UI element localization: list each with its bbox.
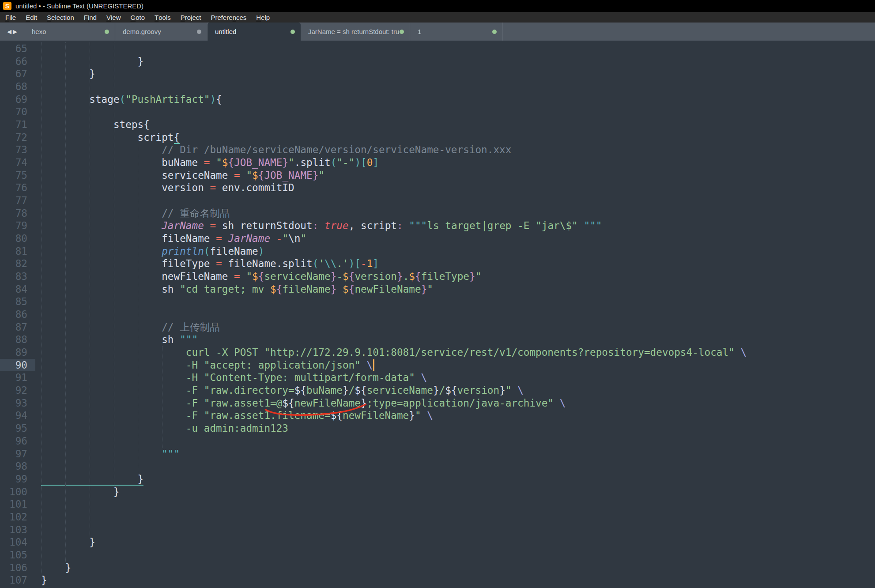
code-line[interactable]: -H "Content-Type: multipart/form-data" \ [0,371,875,384]
code-line[interactable] [0,106,875,118]
code-line[interactable]: -H "accept: application/json" \ [0,359,875,372]
code-line[interactable]: curl -X POST "http://172.29.9.101:8081/s… [0,346,875,359]
code-line[interactable] [0,498,875,511]
code-line[interactable]: -F "raw.asset1.filename=${newFileName}" … [0,409,875,422]
code-line[interactable]: fileName = JarName -"\n" [0,232,875,245]
code-editor[interactable]: 6566676869707172737475767778798081828384… [0,41,875,588]
tab-label: untitled [215,28,236,35]
code-line[interactable] [0,435,875,448]
code-line[interactable] [0,524,875,536]
code-line[interactable]: -F "raw.directory=${buName}/${serviceNam… [0,384,875,397]
indent-guide [65,42,66,562]
tab-modified-dot[interactable] [197,30,201,34]
menu-edit[interactable]: Edit [21,12,42,23]
indent-guide [162,346,162,447]
tab-modified-dot[interactable] [400,30,404,34]
code-line[interactable]: } [0,68,875,80]
window-title: untitled • - Sublime Text (UNREGISTERED) [15,2,143,10]
menu-goto[interactable]: Goto [126,12,150,23]
code-line[interactable] [0,308,875,321]
tab-label: hexo [32,28,46,35]
tab-1[interactable]: 1 [410,23,503,41]
code-line[interactable]: } [0,562,875,574]
menu-tools[interactable]: Tools [150,12,176,23]
code-line[interactable]: script{ [0,131,875,144]
text-caret [373,359,374,371]
menu-file[interactable]: File [0,12,21,23]
indent-guide [138,143,138,473]
menu-selection[interactable]: Selection [42,12,79,23]
code-line[interactable]: JarName = sh returnStdout: true, script:… [0,219,875,232]
menu-bar: File Edit Selection Find View Goto Tools… [0,12,875,23]
code-line[interactable]: -u admin:admin123 [0,422,875,435]
code-line[interactable] [0,511,875,524]
tab-jarname[interactable]: JarName = sh returnStdout: tru [301,23,410,41]
menu-preferences[interactable]: Preferences [206,12,251,23]
tab-scroll-arrows: ◀ ▶ [0,23,24,41]
tab-modified-dot[interactable] [290,30,295,34]
indent-guide [41,42,42,574]
code-line[interactable]: -F "raw.asset1=@${newFileName};type=appl… [0,397,875,410]
tab-hexo[interactable]: hexo [24,23,115,41]
menu-help[interactable]: Help [251,12,275,23]
code-line[interactable]: // 重命名制品 [0,207,875,220]
code-line[interactable]: } [0,536,875,549]
tab-modified-dot[interactable] [492,30,497,34]
code-line[interactable] [0,194,875,207]
sublime-text-window: S untitled • - Sublime Text (UNREGISTERE… [0,0,875,588]
code-line[interactable]: sh "cd target; mv ${fileName} ${newFileN… [0,283,875,296]
menu-find[interactable]: Find [79,12,102,23]
code-line[interactable]: } [0,574,875,587]
code-line[interactable] [0,460,875,473]
code-line[interactable]: } [0,473,875,486]
tab-bar: ◀ ▶ hexo demo.groovy untitled JarName = … [0,23,875,41]
indent-guide [114,42,114,486]
tab-modified-dot[interactable] [105,30,109,34]
code-line[interactable]: newFileName = "${serviceName}-${version}… [0,270,875,283]
code-line[interactable]: sh """ [0,333,875,346]
tab-demo-groovy[interactable]: demo.groovy [115,23,207,41]
code-line[interactable]: steps{ [0,118,875,131]
code-line[interactable]: println(fileName) [0,245,875,258]
code-line[interactable]: } [0,55,875,68]
title-bar: S untitled • - Sublime Text (UNREGISTERE… [0,0,875,12]
code-line[interactable]: serviceName = "${JOB_NAME}" [0,169,875,182]
code-line[interactable]: // 上传制品 [0,321,875,334]
code-line[interactable] [0,295,875,308]
code-line[interactable]: fileType = fileName.split('\\.')[-1] [0,257,875,270]
menu-view[interactable]: View [102,12,126,23]
code-lines[interactable]: } } stage("PushArtifact"){ steps{ script… [0,42,875,588]
tab-scroll-right-icon[interactable]: ▶ [13,28,17,35]
code-line[interactable]: buName = "${JOB_NAME}".split("-")[0] [0,156,875,169]
code-line[interactable]: // Dir /buName/serviceName/version/servi… [0,143,875,156]
code-line[interactable]: version = env.commitID [0,181,875,194]
tab-untitled-active[interactable]: untitled [207,23,301,41]
tab-label: JarName = sh returnStdout: tru [308,28,399,35]
code-line[interactable]: """ [0,448,875,460]
code-line[interactable] [0,42,875,55]
indent-guide [90,42,90,536]
sublime-logo: S [3,2,11,10]
menu-project[interactable]: Project [176,12,206,23]
tab-label: 1 [418,28,421,35]
code-line[interactable]: } [0,486,875,498]
code-line[interactable]: stage("PushArtifact"){ [0,93,875,106]
code-line[interactable] [0,80,875,93]
tab-scroll-left-icon[interactable]: ◀ [7,28,11,35]
code-line[interactable] [0,549,875,562]
tab-label: demo.groovy [123,28,161,35]
